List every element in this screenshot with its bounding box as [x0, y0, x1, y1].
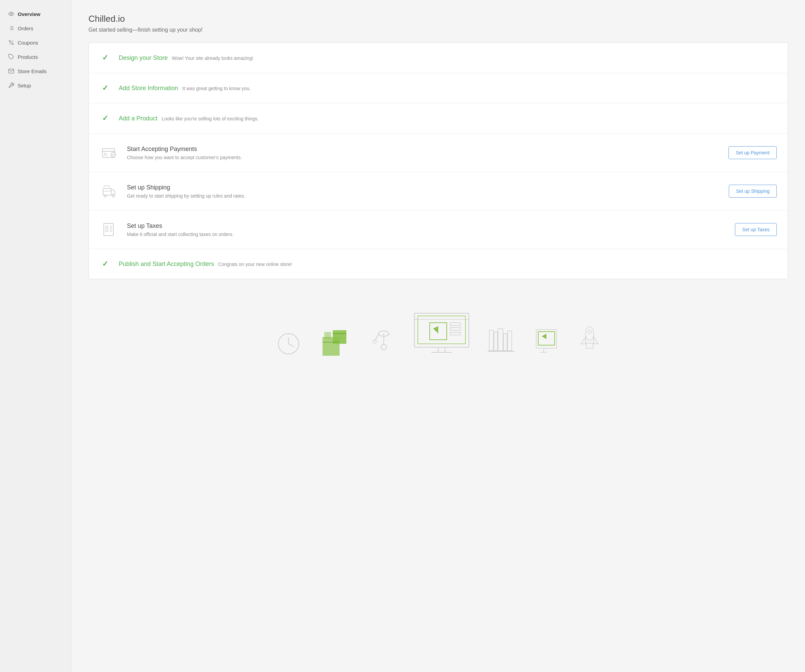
shipping-icon [100, 182, 119, 201]
sidebar-item-orders[interactable]: Orders [0, 21, 71, 35]
item-content-shipping: Set up Shipping Get ready to start shipp… [127, 184, 721, 198]
page-title: Chilled.io [89, 14, 788, 24]
svg-rect-52 [450, 328, 460, 330]
svg-rect-44 [414, 313, 469, 347]
svg-point-0 [11, 13, 12, 15]
sidebar-label-overview: Overview [18, 11, 41, 17]
taxes-icon [100, 220, 119, 239]
wrench-icon [8, 82, 14, 89]
svg-point-9 [12, 43, 13, 44]
page-subtitle: Get started selling—finish setting up yo… [89, 27, 788, 33]
svg-rect-55 [494, 332, 498, 351]
sidebar-label-setup: Setup [18, 83, 31, 89]
checkmark-design-store: ✓ [100, 52, 110, 63]
svg-point-39 [381, 344, 386, 350]
shipping-action: Set up Shipping [729, 185, 777, 198]
svg-rect-36 [324, 332, 331, 339]
checklist-item-design-store: ✓ Design your Store Wow! Your site alrea… [89, 43, 788, 73]
list-icon [8, 25, 14, 31]
mail-icon [8, 68, 14, 74]
item-desc-add-store-info: It was great getting to know you. [182, 86, 251, 91]
svg-point-17 [104, 195, 106, 197]
sidebar-item-products[interactable]: Products [0, 50, 71, 64]
percent-icon [8, 39, 14, 46]
item-content-taxes: Set up Taxes Make it official and start … [127, 223, 727, 237]
item-title-add-store-info[interactable]: Add Store Information [119, 85, 178, 92]
svg-line-7 [10, 41, 13, 44]
item-content-add-product: Add a Product Looks like you're selling … [119, 115, 777, 122]
svg-rect-56 [498, 328, 503, 351]
item-desc-publish: Congrats on your new online store! [218, 262, 292, 267]
item-title-design-store[interactable]: Design your Store [119, 54, 168, 61]
sidebar-label-products: Products [18, 54, 38, 60]
item-title-taxes: Set up Taxes [127, 223, 727, 229]
checklist-item-publish: ✓ Publish and Start Accepting Orders Con… [89, 249, 788, 279]
taxes-action: Set up Taxes [735, 223, 777, 236]
item-desc-payments: Choose how you want to accept customer's… [127, 155, 720, 160]
item-content-publish: Publish and Start Accepting Orders Congr… [119, 261, 777, 268]
svg-rect-16 [103, 188, 111, 195]
item-content-add-store-info: Add Store Information It was great getti… [119, 85, 777, 92]
svg-rect-65 [586, 343, 593, 348]
item-content-design-store: Design your Store Wow! Your site already… [119, 54, 777, 62]
clock-illustration [275, 330, 302, 357]
rocket-illustration [578, 323, 601, 357]
item-title-payments: Start Accepting Payments [127, 146, 720, 153]
item-desc-design-store: Wow! Your site already looks amazing! [172, 56, 253, 61]
svg-point-66 [588, 330, 591, 334]
payments-action: Set up Payment [728, 146, 777, 159]
setup-shipping-button[interactable]: Set up Shipping [729, 185, 777, 198]
svg-rect-20 [104, 223, 113, 236]
sidebar-item-overview[interactable]: Overview [0, 7, 71, 21]
item-desc-shipping: Get ready to start shipping by setting u… [127, 193, 721, 198]
svg-rect-57 [504, 334, 507, 351]
item-desc-taxes: Make it official and start collecting ta… [127, 231, 727, 237]
sidebar-label-coupons: Coupons [18, 40, 38, 46]
item-title-publish[interactable]: Publish and Start Accepting Orders [119, 261, 214, 267]
bottom-illustration [89, 293, 788, 361]
svg-rect-51 [450, 323, 460, 325]
boxes-illustration [316, 323, 356, 357]
sidebar-item-store-emails[interactable]: Store Emails [0, 64, 71, 78]
svg-point-43 [373, 340, 376, 343]
checklist-card: ✓ Design your Store Wow! Your site alrea… [89, 43, 788, 279]
svg-rect-53 [450, 332, 460, 335]
item-title-add-product[interactable]: Add a Product [119, 115, 158, 122]
sidebar-item-coupons[interactable]: Coupons [0, 35, 71, 50]
sidebar-label-orders: Orders [18, 26, 33, 31]
sidebar-label-store-emails: Store Emails [18, 68, 47, 74]
lamp-illustration [370, 323, 398, 357]
item-content-payments: Start Accepting Payments Choose how you … [127, 146, 720, 160]
payments-icon [100, 143, 119, 162]
eye-icon [8, 11, 14, 17]
svg-line-42 [375, 334, 379, 341]
sidebar: Overview Orders Coupons Products [0, 0, 71, 672]
checkmark-add-store-info: ✓ [100, 83, 110, 93]
sidebar-item-setup[interactable]: Setup [0, 78, 71, 92]
svg-rect-54 [489, 330, 493, 351]
svg-point-18 [112, 195, 114, 197]
checklist-item-payments: Start Accepting Payments Choose how you … [89, 134, 788, 172]
monitor-illustration [411, 310, 472, 357]
item-desc-add-product: Looks like you're selling lots of exciti… [162, 116, 259, 121]
checklist-item-add-store-info: ✓ Add Store Information It was great get… [89, 73, 788, 103]
books-illustration [486, 323, 520, 357]
svg-point-8 [9, 41, 11, 42]
small-monitor-illustration [534, 327, 564, 357]
svg-line-33 [289, 344, 294, 347]
checklist-item-add-product: ✓ Add a Product Looks like you're sellin… [89, 103, 788, 134]
item-title-shipping: Set up Shipping [127, 184, 721, 191]
checkmark-add-product: ✓ [100, 113, 110, 124]
checklist-item-shipping: Set up Shipping Get ready to start shipp… [89, 172, 788, 210]
main-content: Chilled.io Get started selling—finish se… [71, 0, 805, 672]
checklist-item-taxes: Set up Taxes Make it official and start … [89, 210, 788, 249]
svg-rect-35 [333, 330, 347, 344]
setup-payment-button[interactable]: Set up Payment [728, 146, 777, 159]
tag-icon [8, 54, 14, 60]
checkmark-publish: ✓ [100, 259, 110, 269]
setup-taxes-button[interactable]: Set up Taxes [735, 223, 777, 236]
svg-rect-58 [508, 331, 512, 351]
